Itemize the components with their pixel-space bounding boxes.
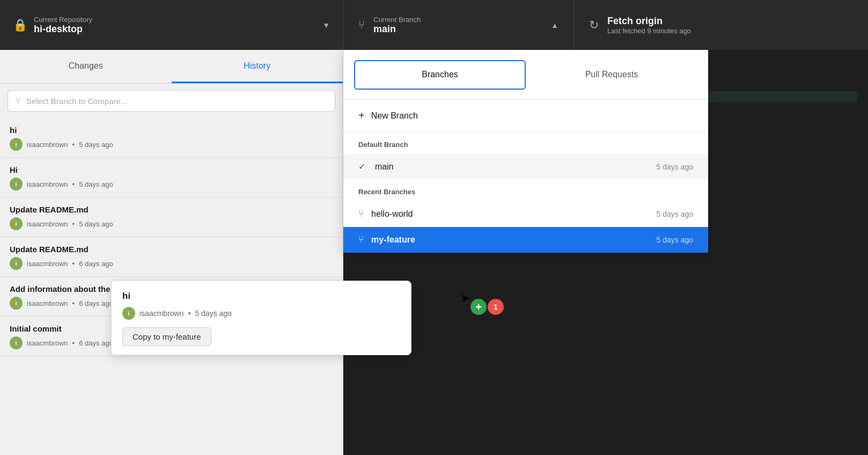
commit-author: isaacmbrown bbox=[27, 260, 68, 268]
branch-label: Current Branch bbox=[373, 16, 542, 24]
branch-name: main bbox=[373, 24, 542, 35]
left-panel: Changes History ⑂ Select Branch to Compa… bbox=[0, 50, 343, 455]
commit-author: isaacmbrown bbox=[27, 299, 68, 307]
branch-item-name: main bbox=[375, 162, 649, 172]
branch-item-time: 5 days ago bbox=[657, 236, 694, 244]
commit-meta: i isaacmbrown • 5 days ago bbox=[10, 217, 333, 230]
commit-author: isaacmbrown bbox=[27, 339, 68, 347]
commit-time: 5 days ago bbox=[79, 220, 113, 228]
branch-item-my-feature[interactable]: ⑂ my-feature 5 days ago bbox=[343, 227, 708, 253]
header-bar: 🔒 Current Repository hi-desktop ▼ ⑂ Curr… bbox=[0, 0, 868, 50]
tooltip-time: 5 days ago bbox=[195, 309, 232, 318]
branch-compare-input[interactable]: ⑂ Select Branch to Compare... bbox=[8, 90, 335, 112]
repo-label: Current Repository bbox=[34, 16, 312, 24]
tooltip-meta: i isaacmbrown • 5 days ago bbox=[122, 307, 400, 320]
branch-icon: ⑂ bbox=[358, 19, 365, 31]
commit-item[interactable]: hi i isaacmbrown • 5 days ago bbox=[0, 118, 343, 158]
avatar: i bbox=[10, 178, 23, 190]
commit-meta: i isaacmbrown • 5 days ago bbox=[10, 178, 333, 190]
badge-green-plus: + bbox=[470, 299, 487, 315]
check-icon: ✓ bbox=[358, 162, 365, 172]
commit-item[interactable]: Update README.md i isaacmbrown • 6 days … bbox=[0, 237, 343, 277]
branch-item-main[interactable]: ✓ main 5 days ago bbox=[343, 154, 708, 179]
commit-time: 6 days ago bbox=[79, 339, 113, 347]
recent-branches-header: Recent Branches bbox=[343, 179, 708, 201]
commit-time: 6 days ago bbox=[79, 299, 113, 307]
default-branch-header: Default Branch bbox=[343, 132, 708, 154]
avatar: i bbox=[10, 257, 23, 270]
commit-author: isaacmbrown bbox=[27, 141, 68, 149]
branch-item-time: 5 days ago bbox=[657, 163, 694, 171]
lock-icon: 🔒 bbox=[13, 18, 27, 32]
fetch-origin-button[interactable]: ↻ Fetch origin Last fetched 9 minutes ag… bbox=[574, 0, 868, 50]
branch-item-hello-world[interactable]: ⑂ hello-world 5 days ago bbox=[343, 201, 708, 227]
commit-dot: • bbox=[72, 220, 75, 228]
repo-name: hi-desktop bbox=[34, 24, 312, 35]
commit-meta: i isaacmbrown • 6 days ago bbox=[10, 257, 333, 270]
dropdown-tab-branches[interactable]: Branches bbox=[354, 60, 526, 90]
refresh-icon: ↻ bbox=[589, 18, 599, 32]
branch-info: Current Branch main bbox=[373, 16, 542, 35]
badge-red-count: 1 bbox=[488, 299, 504, 315]
dropdown-tabs: Branches Pull Requests bbox=[343, 50, 708, 100]
avatar: i bbox=[122, 307, 135, 320]
commit-dot: • bbox=[72, 141, 75, 149]
tooltip-commit-title: hi bbox=[122, 291, 400, 302]
branch-selector[interactable]: ⑂ Current Branch main ▲ bbox=[343, 0, 574, 50]
branch-compare-icon: ⑂ bbox=[16, 96, 21, 106]
branch-item-name: hello-world bbox=[371, 209, 649, 219]
commit-dot: • bbox=[72, 180, 75, 188]
branch-item-icon: ⑂ bbox=[358, 234, 364, 245]
fetch-title: Fetch origin bbox=[607, 16, 691, 27]
commit-item[interactable]: Hi i isaacmbrown • 5 days ago bbox=[0, 158, 343, 197]
commit-title: hi bbox=[10, 126, 333, 135]
commit-time: 5 days ago bbox=[79, 180, 113, 188]
commit-title: Update README.md bbox=[10, 205, 333, 214]
commit-item[interactable]: Update README.md i isaacmbrown • 5 days … bbox=[0, 197, 343, 237]
commit-author: isaacmbrown bbox=[27, 220, 68, 228]
tab-history[interactable]: History bbox=[172, 50, 343, 83]
main-tabs: Changes History bbox=[0, 50, 343, 84]
new-branch-button[interactable]: + New Branch bbox=[343, 100, 708, 132]
dropdown-tab-pull-requests[interactable]: Pull Requests bbox=[526, 60, 697, 90]
main-area: Changes History ⑂ Select Branch to Compa… bbox=[0, 50, 868, 455]
commit-dot: • bbox=[72, 260, 75, 268]
branch-item-name: my-feature bbox=[371, 235, 649, 245]
commit-dot: • bbox=[72, 299, 75, 307]
commit-title: Update README.md bbox=[10, 245, 333, 254]
repo-info: Current Repository hi-desktop bbox=[34, 16, 312, 35]
tooltip-author: isaacmbrown bbox=[139, 309, 183, 318]
commit-tooltip: hi i isaacmbrown • 5 days ago Copy to my… bbox=[111, 281, 411, 355]
chevron-down-icon: ▼ bbox=[322, 21, 330, 30]
commit-title: Hi bbox=[10, 165, 333, 174]
branch-item-time: 5 days ago bbox=[657, 210, 694, 218]
avatar: i bbox=[10, 217, 23, 230]
copy-to-branch-button[interactable]: Copy to my-feature bbox=[122, 327, 211, 346]
new-branch-label: New Branch bbox=[371, 111, 418, 121]
plus-icon: + bbox=[358, 109, 365, 122]
branch-compare-placeholder: Select Branch to Compare... bbox=[26, 97, 127, 106]
commit-dot: • bbox=[72, 339, 75, 347]
badge-container: + 1 bbox=[470, 299, 504, 315]
commit-author: isaacmbrown bbox=[27, 180, 68, 188]
tab-changes[interactable]: Changes bbox=[0, 50, 172, 83]
commit-meta: i isaacmbrown • 5 days ago bbox=[10, 138, 333, 151]
fetch-info: Fetch origin Last fetched 9 minutes ago bbox=[607, 16, 691, 35]
commit-time: 5 days ago bbox=[79, 141, 113, 149]
avatar: i bbox=[10, 297, 23, 310]
commit-time: 6 days ago bbox=[79, 260, 113, 268]
chevron-up-icon: ▲ bbox=[551, 21, 558, 30]
branch-item-icon: ⑂ bbox=[358, 209, 364, 219]
avatar: i bbox=[10, 138, 23, 151]
tooltip-dot: • bbox=[188, 309, 190, 318]
avatar: i bbox=[10, 336, 23, 349]
branch-dropdown: Branches Pull Requests + New Branch Defa… bbox=[343, 50, 708, 253]
fetch-subtitle: Last fetched 9 minutes ago bbox=[607, 27, 691, 35]
repo-selector[interactable]: 🔒 Current Repository hi-desktop ▼ bbox=[0, 0, 343, 50]
